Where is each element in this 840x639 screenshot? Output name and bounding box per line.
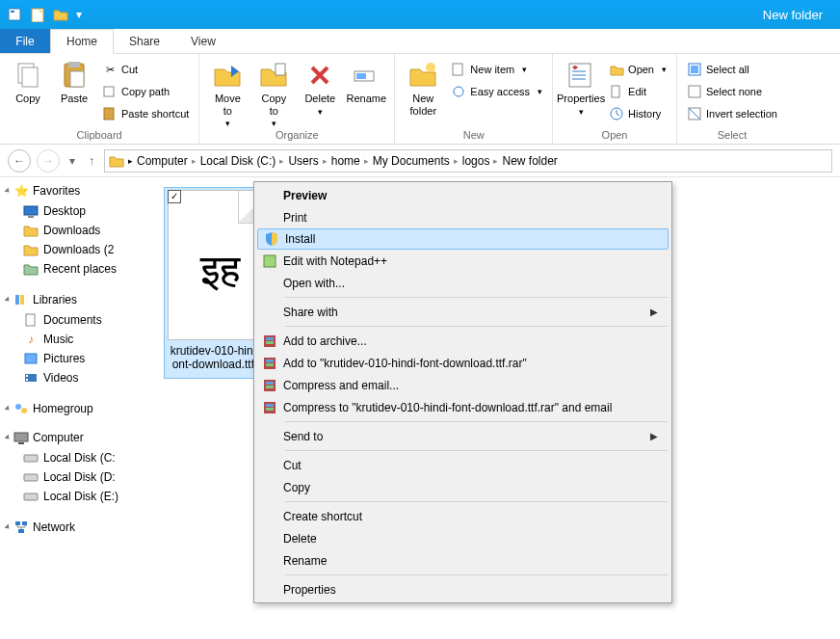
ctx-compressemail[interactable]: Compress and email... bbox=[256, 374, 669, 396]
ribbon-group-organize: Move to▾ Copy to▾ Delete▾ Rename Organiz… bbox=[199, 54, 395, 144]
ctx-properties[interactable]: Properties bbox=[256, 578, 669, 600]
svg-rect-18 bbox=[612, 86, 619, 97]
newitem-button[interactable]: New item▾ bbox=[447, 60, 546, 79]
winrar-icon bbox=[256, 400, 283, 415]
crumb-3[interactable]: home▸ bbox=[331, 154, 369, 168]
moveto-button[interactable]: Move to▾ bbox=[205, 58, 249, 128]
ribbon-group-clipboard: Copy Paste ✂Cut Copy path Paste shortcut… bbox=[0, 54, 199, 144]
pasteshortcut-icon bbox=[102, 106, 118, 121]
svg-rect-45 bbox=[266, 337, 274, 340]
winrar-icon bbox=[256, 356, 283, 371]
ctx-install[interactable]: Install bbox=[257, 228, 669, 250]
file-checkbox[interactable]: ✓ bbox=[168, 190, 181, 203]
svg-point-33 bbox=[15, 404, 21, 410]
ctx-print[interactable]: Print bbox=[256, 206, 669, 228]
address-bar[interactable]: ▸ Computer▸ Local Disk (C:)▸ Users▸ home… bbox=[104, 149, 832, 173]
sidebar-item-downloads2[interactable]: Downloads (2 bbox=[8, 240, 154, 259]
sidebar-computer[interactable]: Computer bbox=[8, 430, 154, 445]
copypath-button[interactable]: Copy path bbox=[98, 82, 193, 101]
crumb-5[interactable]: logos▸ bbox=[462, 154, 499, 168]
forward-button[interactable]: → bbox=[37, 149, 60, 173]
newitem-icon bbox=[451, 62, 466, 77]
nav-bar: ← → ▾ ↑ ▸ Computer▸ Local Disk (C:)▸ Use… bbox=[0, 145, 840, 177]
ctx-addarchive[interactable]: Add to archive... bbox=[256, 330, 669, 352]
newfolder-button[interactable]: New folder bbox=[401, 58, 445, 117]
sidebar-favorites[interactable]: ⭐Favorites bbox=[8, 183, 154, 199]
sidebar-item-videos[interactable]: Videos bbox=[8, 368, 154, 387]
ctx-copy[interactable]: Copy bbox=[256, 476, 669, 498]
tab-share[interactable]: Share bbox=[114, 29, 175, 53]
videos-icon bbox=[23, 370, 39, 386]
crumb-1[interactable]: Local Disk (C:)▸ bbox=[200, 154, 285, 168]
svg-point-15 bbox=[454, 87, 463, 96]
cut-button[interactable]: ✂Cut bbox=[98, 60, 193, 79]
ctx-compressto[interactable]: Compress to "krutidev-010-hindi-font-dow… bbox=[256, 396, 669, 418]
selectnone-button[interactable]: Select none bbox=[683, 82, 781, 101]
ctx-sharewith[interactable]: Share with▶ bbox=[256, 301, 669, 323]
ctx-editnpp[interactable]: Edit with Notepad++ bbox=[256, 250, 669, 272]
sidebar-item-music[interactable]: ♪Music bbox=[8, 330, 154, 349]
svg-rect-29 bbox=[25, 354, 37, 363]
properties-button[interactable]: Properties▾ bbox=[559, 58, 603, 117]
sidebar-item-diske[interactable]: Local Disk (E:) bbox=[8, 487, 154, 506]
paste-button[interactable]: Paste bbox=[52, 58, 96, 105]
ribbon-group-new: New folder New item▾ Easy access▾ New bbox=[395, 54, 553, 144]
sidebar-item-documents[interactable]: Documents bbox=[8, 310, 154, 330]
invertselection-button[interactable]: Invert selection bbox=[683, 104, 781, 123]
ribbon-group-select: Select all Select none Invert selection … bbox=[677, 54, 787, 144]
crumb-0[interactable]: Computer▸ bbox=[137, 154, 197, 168]
sidebar-item-diskc[interactable]: Local Disk (C: bbox=[8, 448, 154, 467]
qat-properties-icon[interactable] bbox=[4, 4, 25, 25]
back-button[interactable]: ← bbox=[8, 149, 31, 173]
ctx-preview[interactable]: Preview bbox=[256, 184, 669, 206]
open-button[interactable]: Open▾ bbox=[605, 60, 670, 79]
nav-pane: ⭐Favorites Desktop Downloads Downloads (… bbox=[0, 177, 154, 639]
folder-icon bbox=[23, 223, 39, 238]
svg-rect-9 bbox=[104, 108, 114, 120]
ctx-createshortcut[interactable]: Create shortcut bbox=[256, 505, 669, 527]
ctx-sendto[interactable]: Send to▶ bbox=[256, 425, 669, 447]
folder-icon bbox=[109, 153, 124, 169]
quick-access-toolbar: ▾ bbox=[4, 4, 85, 25]
up-button[interactable]: ↑ bbox=[85, 154, 98, 168]
history-button[interactable]: History bbox=[605, 104, 670, 123]
selectall-button[interactable]: Select all bbox=[683, 60, 781, 79]
sidebar-libraries[interactable]: Libraries bbox=[8, 292, 154, 307]
tab-home[interactable]: Home bbox=[50, 29, 114, 54]
ctx-delete[interactable]: Delete bbox=[256, 527, 669, 549]
qat-folder-icon[interactable] bbox=[50, 4, 71, 25]
sidebar-item-recent[interactable]: Recent places bbox=[8, 259, 154, 279]
tab-file[interactable]: File bbox=[0, 29, 50, 53]
svg-rect-49 bbox=[266, 363, 274, 366]
easyaccess-button[interactable]: Easy access▾ bbox=[447, 82, 546, 101]
recent-dropdown[interactable]: ▾ bbox=[66, 154, 79, 168]
svg-rect-35 bbox=[14, 433, 28, 441]
sidebar-item-downloads[interactable]: Downloads bbox=[8, 221, 154, 240]
copy-button[interactable]: Copy bbox=[6, 58, 50, 105]
delete-button[interactable]: Delete▾ bbox=[298, 58, 342, 117]
crumb-6[interactable]: New folder bbox=[502, 154, 557, 168]
crumb-2[interactable]: Users▸ bbox=[288, 154, 327, 168]
tab-view[interactable]: View bbox=[175, 29, 231, 53]
qat-dropdown-icon[interactable]: ▾ bbox=[73, 4, 85, 25]
ctx-rename[interactable]: Rename bbox=[256, 549, 669, 572]
ctx-openwith[interactable]: Open with... bbox=[256, 272, 669, 294]
ctx-addrar[interactable]: Add to "krutidev-010-hindi-font-download… bbox=[256, 352, 669, 374]
sidebar-item-desktop[interactable]: Desktop bbox=[8, 201, 154, 221]
sidebar-item-diskd[interactable]: Local Disk (D: bbox=[8, 467, 154, 487]
sidebar-homegroup[interactable]: Homegroup bbox=[8, 401, 154, 416]
ctx-cut[interactable]: Cut bbox=[256, 454, 669, 476]
crumb-4[interactable]: My Documents▸ bbox=[373, 154, 459, 168]
title-bar: ▾ New folder bbox=[0, 0, 840, 29]
svg-rect-1 bbox=[11, 11, 14, 13]
sidebar-item-pictures[interactable]: Pictures bbox=[8, 349, 154, 368]
edit-button[interactable]: Edit bbox=[605, 82, 670, 101]
qat-newfolder-icon[interactable] bbox=[27, 4, 48, 25]
selectnone-icon bbox=[687, 84, 702, 99]
copyto-button[interactable]: Copy to▾ bbox=[251, 58, 296, 128]
rename-button[interactable]: Rename bbox=[344, 58, 388, 105]
context-menu: Preview Print Install Edit with Notepad+… bbox=[253, 181, 672, 603]
sidebar-network[interactable]: Network bbox=[8, 519, 154, 535]
pasteshortcut-button[interactable]: Paste shortcut bbox=[98, 104, 193, 123]
svg-rect-38 bbox=[24, 474, 38, 481]
